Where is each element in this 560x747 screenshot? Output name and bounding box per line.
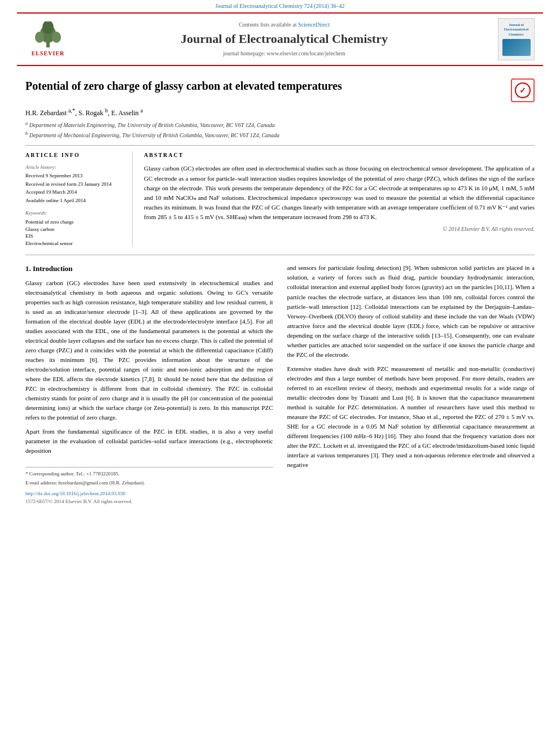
- body-right-col: and sensors for particulate fouling dete…: [287, 263, 535, 506]
- accepted-date: Accepted 19 March 2014: [25, 189, 124, 196]
- affiliation-a: a Department of Materials Engineering, T…: [25, 120, 535, 129]
- article-title: Potential of zero charge of glassy carbo…: [25, 78, 505, 93]
- journal-title: Journal of Electroanalytical Chemistry: [82, 30, 487, 48]
- journal-reference-bar: Journal of Electroanalytical Chemistry 7…: [0, 0, 560, 12]
- keyword-4: Electrochemical sensor: [25, 240, 124, 247]
- article-info-panel: Article Info Article history: Received 9…: [25, 151, 133, 247]
- crossmark-icon[interactable]: ✓ CrossMark: [511, 78, 535, 102]
- journal-header: ELSEVIER Contents lists available at Sci…: [17, 12, 543, 66]
- journal-ref-text: Journal of Electroanalytical Chemistry 7…: [216, 3, 345, 9]
- abstract-text: Glassy carbon (GC) electrodes are often …: [144, 164, 535, 221]
- footnote-email: E-mail address: hrzebardast@gmail.com (H…: [25, 479, 273, 487]
- journal-title-section: Contents lists available at ScienceDirec…: [71, 21, 498, 58]
- intro-para-1: Glassy carbon (GC) electrodes have been …: [25, 278, 273, 423]
- elsevier-logo: ELSEVIER: [25, 21, 71, 58]
- info-abstract-section: Article Info Article history: Received 9…: [25, 151, 535, 247]
- revised-date: Received in revised form 23 January 2014: [25, 181, 124, 188]
- divider-1: [25, 145, 535, 146]
- keyword-2: Glassy carbon: [25, 226, 124, 233]
- keyword-1: Potential of zero charge: [25, 219, 124, 226]
- author-rogak: S. Rogak b,: [78, 109, 110, 117]
- journal-homepage: journal homepage: www.elsevier.com/locat…: [82, 50, 487, 58]
- received-date: Received 9 September 2013: [25, 172, 124, 180]
- svg-point-2: [35, 32, 44, 43]
- right-para-1: and sensors for particulate fouling dete…: [287, 263, 535, 359]
- available-date: Available online 1 April 2014: [25, 197, 124, 204]
- author-asselin: E. Asselin a: [111, 109, 143, 117]
- footnotes-section: * Corresponding author. Tel.: +1 7783220…: [25, 467, 273, 506]
- author-zebardast: H.R. Zebardast a,*,: [25, 109, 77, 117]
- title-row: Potential of zero charge of glassy carbo…: [25, 78, 535, 102]
- footnote-issn: 1572-6657/© 2014 Elsevier B.V. All right…: [25, 498, 273, 506]
- footnote-corresponding: * Corresponding author. Tel.: +1 7783220…: [25, 470, 273, 478]
- copyright-line: © 2014 Elsevier B.V. All rights reserved…: [144, 225, 535, 233]
- main-content: Potential of zero charge of glassy carbo…: [0, 66, 560, 512]
- elsevier-tree-icon: [33, 21, 64, 49]
- sciencedirect-text: Contents lists available at ScienceDirec…: [82, 21, 487, 29]
- journal-cover-logo: Journal of Electroanalytical Chemistry: [498, 18, 535, 60]
- elsevier-text: ELSEVIER: [32, 50, 65, 58]
- svg-point-3: [52, 32, 61, 43]
- article-info-heading: Article Info: [25, 151, 124, 159]
- svg-text:✓: ✓: [519, 86, 526, 95]
- abstract-panel: Abstract Glassy carbon (GC) electrodes a…: [144, 151, 535, 247]
- body-left-col: 1. Introduction Glassy carbon (GC) elect…: [25, 263, 273, 506]
- intro-heading: 1. Introduction: [25, 263, 273, 274]
- right-para-2: Extensive studies have dealt with PZC me…: [287, 364, 535, 470]
- svg-text:CrossMark: CrossMark: [517, 95, 530, 98]
- authors-line: H.R. Zebardast a,*, S. Rogak b, E. Assel…: [25, 107, 535, 118]
- abstract-heading: Abstract: [144, 151, 535, 159]
- keywords-heading: Keywords:: [25, 209, 124, 217]
- intro-para-2: Apart from the fundamental significance …: [25, 427, 273, 456]
- affiliation-b: b Department of Mechanical Engineering, …: [25, 130, 535, 139]
- sciencedirect-link[interactable]: ScienceDirect: [298, 21, 330, 28]
- history-label: Article history:: [25, 164, 124, 171]
- keyword-3: EIS: [25, 233, 124, 240]
- divider-2: [25, 255, 535, 255]
- footnote-doi[interactable]: http://dx.doi.org/10.1016/j.jelechem.201…: [25, 490, 273, 498]
- body-section: 1. Introduction Glassy carbon (GC) elect…: [25, 263, 535, 506]
